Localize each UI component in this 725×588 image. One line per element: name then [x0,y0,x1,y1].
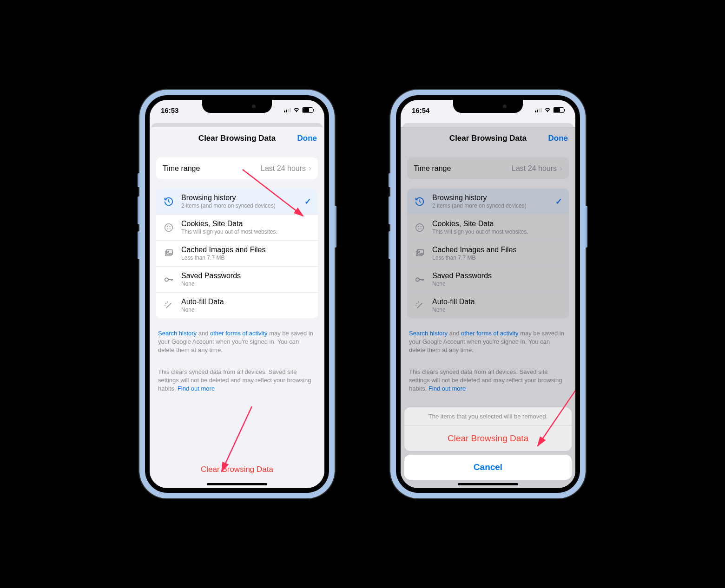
svg-line-12 [243,170,303,216]
option-cached[interactable]: Cached Images and Files Less than 7.7 MB [156,241,318,267]
activity-link[interactable]: other forms of activity [210,330,268,337]
svg-line-13 [222,406,252,471]
cancel-button[interactable]: Cancel [404,455,572,480]
image-icon [163,248,175,260]
option-title: Auto-fill Data [181,298,311,306]
svg-point-2 [170,226,171,227]
page-title: Clear Browsing Data [198,134,276,143]
done-button[interactable]: Done [297,134,317,143]
footer-note-1: Search history and other forms of activi… [156,329,318,355]
svg-rect-11 [172,279,173,281]
find-out-more-link[interactable]: Find out more [178,385,215,392]
option-subtitle: None [181,281,311,287]
status-time: 16:54 [412,106,429,114]
cellular-icon [535,108,542,112]
screen: 16:53 Clear Browsing Data Done Time rang… [145,95,329,493]
option-subtitle: This will sign you out of most websites. [181,229,311,235]
svg-point-1 [167,226,168,227]
svg-rect-10 [171,279,172,281]
history-icon [163,196,175,208]
cookie-icon [163,222,175,234]
option-subtitle: Less than 7.7 MB [181,255,311,261]
wifi-icon [293,107,300,113]
svg-line-26 [538,388,577,446]
svg-rect-9 [168,279,172,280]
wand-icon [163,300,175,312]
svg-point-3 [167,228,168,229]
wifi-icon [544,107,551,113]
phone-frame-right: 16:54 Clear Browsing Data Done Time rang… [390,90,586,498]
search-history-link[interactable]: Search history [158,330,197,337]
annotation-arrow [531,383,580,453]
cellular-icon [284,108,291,112]
option-subtitle: None [181,307,311,313]
option-autofill[interactable]: Auto-fill Data None [156,293,318,318]
svg-point-4 [170,228,171,229]
svg-point-8 [165,278,168,281]
battery-icon [553,107,564,113]
option-title: Saved Passwords [181,272,311,280]
svg-point-0 [165,223,173,231]
sheet-header: Clear Browsing Data Done [150,127,324,150]
status-time: 16:53 [161,106,178,114]
time-range-label: Time range [163,164,200,173]
footer-note-2: This clears synced data from all devices… [156,368,318,393]
home-indicator[interactable] [207,483,267,485]
annotation-arrow [238,165,312,225]
svg-point-7 [168,251,169,252]
annotation-arrow [215,402,270,481]
battery-icon [302,107,313,113]
notch [202,100,272,113]
status-indicators [535,107,564,113]
notch [453,100,523,113]
option-title: Cached Images and Files [181,246,311,254]
option-passwords[interactable]: Saved Passwords None [156,267,318,293]
screen: 16:54 Clear Browsing Data Done Time rang… [396,95,580,493]
status-indicators [284,107,313,113]
phone-frame-left: 16:53 Clear Browsing Data Done Time rang… [139,90,335,498]
key-icon [163,274,175,286]
home-indicator[interactable] [458,483,518,485]
